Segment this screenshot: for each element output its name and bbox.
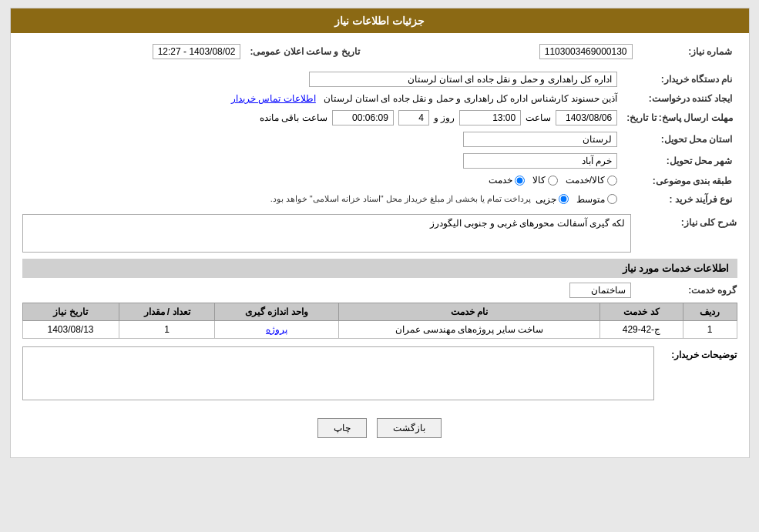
table-row: 1 ج-42-429 ساخت سایر پروژه‌های مهندسی عم… <box>22 320 737 338</box>
radio-medium-input[interactable] <box>607 194 617 204</box>
radio-medium-label: متوسط <box>576 194 605 205</box>
radio-service-goods-label: کالا/خدمت <box>566 175 605 186</box>
org-name-label: نام دستگاه خریدار: <box>622 69 737 90</box>
col-unit: واحد اندازه گیری <box>215 303 338 320</box>
need-description-row: شرح کلی نیاز: لکه گیری آسفالت محورهای غر… <box>22 214 737 253</box>
need-description-value: لکه گیری آسفالت محورهای غربی و جنوبی الی… <box>22 214 631 253</box>
services-section-title: اطلاعات خدمات مورد نیاز <box>22 259 737 278</box>
purchase-type-label: نوع فرآیند خرید : <box>622 191 737 208</box>
response-deadline-label: مهلت ارسال پاسخ: تا تاریخ: <box>622 107 737 129</box>
response-deadline-row: 1403/08/06 ساعت 13:00 روز و 4 00:06:09 س… <box>27 110 618 125</box>
need-number-label: شماره نیاز: <box>637 41 737 62</box>
page-container: جزئیات اطلاعات نیاز شماره نیاز: 11030034… <box>10 8 750 458</box>
radio-service-input[interactable] <box>515 176 525 186</box>
back-button[interactable]: بازگشت <box>377 418 442 438</box>
radio-service-goods-input[interactable] <box>607 176 617 186</box>
radio-service[interactable]: خدمت <box>489 175 525 186</box>
radio-partial-label: جزیی <box>536 194 556 205</box>
org-info-table: نام دستگاه خریدار: اداره کل راهداری و حم… <box>22 69 737 208</box>
province-label: استان محل تحویل: <box>622 129 737 150</box>
cell-unit: پروژه <box>215 320 338 338</box>
purchase-type-row: متوسط جزیی پرداخت تمام یا بخشی از مبلغ خ… <box>27 194 618 205</box>
cell-service-name: ساخت سایر پروژه‌های مهندسی عمران <box>338 320 600 338</box>
top-info-table: شماره نیاز: 1103003469000130 تاریخ و ساع… <box>22 41 737 62</box>
city-value: خرم آباد <box>463 153 617 169</box>
buyer-notes-label: توضیحات خریدار: <box>660 346 737 360</box>
remaining-label: ساعت باقی مانده <box>260 112 327 123</box>
cell-row-num: 1 <box>683 320 737 338</box>
creator-label: ایجاد کننده درخواست: <box>622 90 737 107</box>
subject-radio-group: کالا/خدمت کالا خدمت <box>489 175 617 186</box>
need-number-value: 1103003469000130 <box>539 44 633 59</box>
announcement-value: 1403/08/02 - 12:27 <box>153 44 241 59</box>
radio-service-goods[interactable]: کالا/خدمت <box>566 175 617 186</box>
buyer-notes-row: توضیحات خریدار: <box>22 346 737 403</box>
page-header: جزئیات اطلاعات نیاز <box>11 8 749 33</box>
response-days-label: روز و <box>434 112 455 123</box>
purchase-notice: پرداخت تمام یا بخشی از مبلغ خریداز محل "… <box>270 194 532 204</box>
response-date-value: 1403/08/06 <box>556 110 617 125</box>
service-group-value: ساختمان <box>569 283 631 298</box>
response-time-label: ساعت <box>526 112 551 123</box>
buyer-notes-container <box>22 346 654 403</box>
col-row-num: ردیف <box>683 303 737 320</box>
response-time-value: 13:00 <box>459 110 521 125</box>
col-deadline: تاریخ نیاز <box>22 303 119 320</box>
creator-value: آذین حسنوند کارشناس اداره کل راهداری و ح… <box>324 93 617 104</box>
city-label: شهر محل تحویل: <box>622 150 737 172</box>
subject-label: طبقه بندی موضوعی: <box>622 172 737 191</box>
radio-medium[interactable]: متوسط <box>576 194 617 205</box>
need-description-label: شرح کلی نیاز: <box>637 214 737 228</box>
radio-partial-input[interactable] <box>559 194 569 204</box>
announcement-label: تاریخ و ساعت اعلان عمومی: <box>245 41 364 62</box>
cell-deadline: 1403/08/13 <box>22 320 119 338</box>
purchase-type-radio-group: متوسط جزیی <box>536 194 617 205</box>
remaining-value: 00:06:09 <box>332 110 394 125</box>
need-description-container: لکه گیری آسفالت محورهای غربی و جنوبی الی… <box>22 214 631 253</box>
col-service-name: نام خدمت <box>338 303 600 320</box>
print-button[interactable]: چاپ <box>317 418 367 438</box>
page-title: جزئیات اطلاعات نیاز <box>334 15 425 27</box>
col-quantity: تعداد / مقدار <box>119 303 215 320</box>
service-group-row: گروه خدمت: ساختمان <box>22 283 737 298</box>
radio-goods[interactable]: کالا <box>532 175 558 186</box>
col-service-code: کد خدمت <box>600 303 683 320</box>
org-name-value: اداره کل راهداری و حمل و نقل جاده ای است… <box>309 72 617 87</box>
contact-link[interactable]: اطلاعات تماس خریدار <box>231 93 316 104</box>
radio-service-label: خدمت <box>489 175 512 186</box>
button-row: بازگشت چاپ <box>22 410 737 450</box>
services-table: ردیف کد خدمت نام خدمت واحد اندازه گیری ت… <box>22 303 737 339</box>
province-value: لرستان <box>463 132 617 147</box>
radio-goods-label: کالا <box>532 175 546 186</box>
radio-partial[interactable]: جزیی <box>536 194 569 205</box>
service-group-label: گروه خدمت: <box>637 285 737 296</box>
cell-service-code: ج-42-429 <box>600 320 683 338</box>
buyer-notes-textarea[interactable] <box>22 346 654 400</box>
radio-goods-input[interactable] <box>548 176 558 186</box>
cell-quantity: 1 <box>119 320 215 338</box>
content-area: شماره نیاز: 1103003469000130 تاریخ و ساع… <box>11 33 749 457</box>
response-days-value: 4 <box>398 110 429 125</box>
